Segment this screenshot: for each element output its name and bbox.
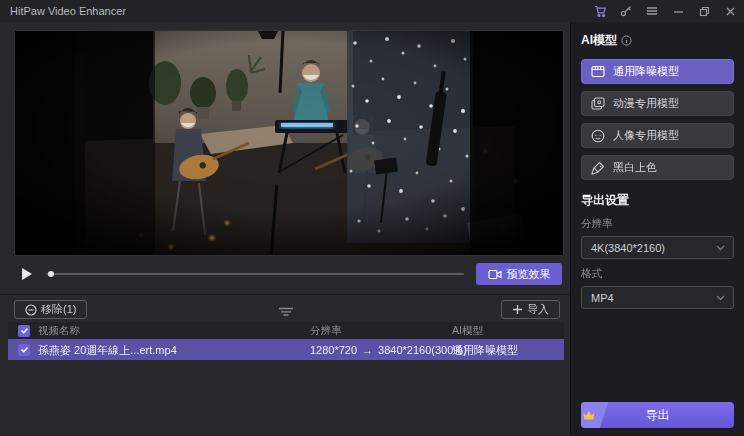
model-label: 通用降噪模型 [613, 64, 679, 79]
app-window: HitPaw Video Enhancer [0, 0, 744, 436]
model-button-portrait[interactable]: 人像专用模型 [581, 123, 734, 148]
close-icon [725, 6, 736, 17]
model-label: 动漫专用模型 [613, 96, 679, 111]
plus-icon [512, 304, 523, 315]
column-resolution: 分辨率 [310, 324, 342, 338]
model-button-colorize[interactable]: 黑白上色 [581, 155, 734, 180]
table-row[interactable]: 孫燕姿 20週年線上...ert.mp4 1280*720→3840*2160(… [8, 339, 564, 360]
resolution-label: 分辨率 [581, 217, 734, 231]
crown-icon [582, 410, 596, 421]
maximize-icon [699, 6, 710, 17]
model-button-anime[interactable]: 动漫专用模型 [581, 91, 734, 116]
app-title: HitPaw Video Enhancer [10, 5, 126, 17]
premium-badge [581, 402, 608, 428]
maximize-button[interactable] [694, 2, 714, 20]
video-preview [14, 30, 564, 256]
chevron-down-icon [716, 245, 725, 251]
info-icon[interactable] [621, 35, 632, 46]
cart-button[interactable] [590, 2, 610, 20]
seek-slider[interactable] [46, 263, 464, 285]
panel-collapse-handle[interactable] [278, 303, 294, 321]
row-resolution: 1280*720→3840*2160(300%) [310, 344, 467, 356]
divider [0, 294, 570, 295]
close-button[interactable] [720, 2, 740, 20]
resolution-value: 4K(3840*2160) [591, 242, 665, 254]
export-label: 导出 [646, 407, 670, 424]
playback-controls: 预览效果 [14, 258, 564, 290]
activation-button[interactable] [616, 2, 636, 20]
sidebar: AI模型 通用降噪模型 动漫专用模型 人像专用模型 黑白上色 导出设置 分辨率 … [570, 22, 744, 436]
preview-effect-label: 预览效果 [507, 267, 551, 282]
row-filename: 孫燕姿 20週年線上...ert.mp4 [38, 342, 177, 357]
film-icon [591, 65, 605, 78]
format-value: MP4 [591, 292, 614, 304]
arrow-icon: → [362, 344, 373, 356]
file-toolbar: 移除(1) 导入 [8, 299, 564, 321]
play-button[interactable] [16, 263, 38, 285]
menu-button[interactable] [642, 2, 662, 20]
model-label: 黑白上色 [613, 160, 657, 175]
titlebar: HitPaw Video Enhancer [0, 0, 744, 22]
portrait-icon [591, 129, 605, 143]
seek-handle[interactable] [48, 271, 54, 277]
remove-label: 移除(1) [41, 302, 76, 317]
remove-icon [25, 304, 37, 316]
colorize-icon [591, 161, 605, 175]
export-button[interactable]: 导出 [581, 402, 734, 428]
table-header: 视频名称 分辨率 AI模型 [8, 322, 564, 339]
check-icon [20, 345, 29, 354]
model-button-general-denoise[interactable]: 通用降噪模型 [581, 59, 734, 84]
resolution-select[interactable]: 4K(3840*2160) [581, 236, 734, 259]
left-panel: 预览效果 移除(1) 导入 视频名称 分辨率 AI模型 [0, 22, 570, 436]
minimize-button[interactable] [668, 2, 688, 20]
export-settings-title: 导出设置 [581, 192, 734, 209]
resolution-from: 1280*720 [310, 344, 357, 356]
anime-icon [591, 97, 605, 110]
seek-track [46, 273, 464, 275]
cart-icon [594, 5, 607, 18]
column-video-name: 视频名称 [38, 324, 80, 338]
check-icon [20, 326, 29, 335]
camera-icon [488, 269, 502, 280]
key-icon [620, 5, 632, 17]
select-all-checkbox[interactable] [18, 325, 30, 337]
menu-icon [646, 5, 658, 17]
chevron-down-icon [716, 295, 725, 301]
ai-model-title: AI模型 [581, 32, 617, 49]
collapse-handle-icon [278, 307, 294, 317]
minimize-icon [673, 6, 684, 17]
row-checkbox[interactable] [18, 344, 30, 356]
model-label: 人像专用模型 [613, 128, 679, 143]
play-icon [21, 267, 33, 281]
column-ai-model: AI模型 [452, 324, 483, 338]
format-label: 格式 [581, 267, 734, 281]
preview-effect-button[interactable]: 预览效果 [476, 263, 562, 285]
import-button[interactable]: 导入 [501, 300, 560, 319]
remove-button[interactable]: 移除(1) [14, 300, 87, 319]
video-scene [15, 31, 564, 256]
format-select[interactable]: MP4 [581, 286, 734, 309]
row-ai-model: 通用降噪模型 [452, 342, 518, 357]
import-label: 导入 [527, 302, 549, 317]
